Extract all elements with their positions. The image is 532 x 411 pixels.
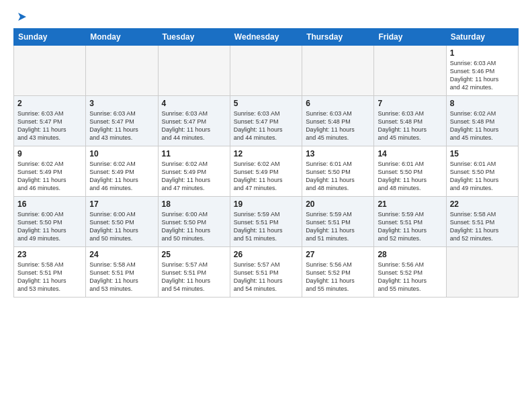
day-number: 25 [162, 250, 226, 259]
day-cell: 19Sunrise: 5:59 AM Sunset: 5:51 PM Dayli… [230, 197, 302, 247]
day-number: 6 [306, 99, 370, 108]
day-info: Sunrise: 6:02 AM Sunset: 5:49 PM Dayligh… [89, 160, 154, 193]
day-info: Sunrise: 5:56 AM Sunset: 5:52 PM Dayligh… [306, 261, 370, 293]
day-cell: 24Sunrise: 5:58 AM Sunset: 5:51 PM Dayli… [86, 247, 158, 298]
day-cell [302, 46, 374, 96]
day-info: Sunrise: 6:02 AM Sunset: 5:49 PM Dayligh… [17, 160, 82, 193]
day-info: Sunrise: 6:00 AM Sunset: 5:50 PM Dayligh… [89, 210, 154, 243]
day-number: 20 [306, 199, 370, 209]
week-row-4: 16Sunrise: 6:00 AM Sunset: 5:50 PM Dayli… [14, 197, 519, 247]
day-cell: 26Sunrise: 5:57 AM Sunset: 5:51 PM Dayli… [230, 247, 302, 298]
day-number: 9 [17, 149, 82, 158]
weekday-header-thursday: Thursday [302, 29, 374, 46]
day-cell: 7Sunrise: 6:03 AM Sunset: 5:48 PM Daylig… [374, 96, 446, 146]
logo [13, 11, 28, 23]
day-cell: 17Sunrise: 6:00 AM Sunset: 5:50 PM Dayli… [86, 197, 158, 247]
weekday-header-saturday: Saturday [446, 29, 518, 46]
day-cell: 8Sunrise: 6:02 AM Sunset: 5:48 PM Daylig… [446, 96, 518, 146]
day-info: Sunrise: 5:59 AM Sunset: 5:51 PM Dayligh… [234, 210, 298, 243]
day-cell [158, 46, 230, 96]
calendar: SundayMondayTuesdayWednesdayThursdayFrid… [13, 28, 519, 298]
day-cell: 4Sunrise: 6:03 AM Sunset: 5:47 PM Daylig… [158, 96, 230, 146]
day-info: Sunrise: 5:59 AM Sunset: 5:51 PM Dayligh… [306, 210, 370, 243]
day-number: 26 [234, 250, 298, 259]
day-number: 28 [378, 250, 442, 259]
day-cell: 5Sunrise: 6:03 AM Sunset: 5:47 PM Daylig… [230, 96, 302, 146]
day-info: Sunrise: 5:59 AM Sunset: 5:51 PM Dayligh… [378, 210, 442, 243]
day-info: Sunrise: 5:56 AM Sunset: 5:52 PM Dayligh… [378, 261, 442, 293]
week-row-3: 9Sunrise: 6:02 AM Sunset: 5:49 PM Daylig… [14, 146, 519, 197]
day-number: 7 [378, 99, 442, 108]
day-info: Sunrise: 6:03 AM Sunset: 5:47 PM Dayligh… [162, 109, 226, 142]
day-info: Sunrise: 6:03 AM Sunset: 5:47 PM Dayligh… [17, 109, 82, 142]
day-cell: 6Sunrise: 6:03 AM Sunset: 5:48 PM Daylig… [302, 96, 374, 146]
day-number: 21 [378, 199, 442, 209]
day-number: 4 [162, 99, 226, 108]
day-number: 5 [234, 99, 298, 108]
day-number: 13 [306, 149, 370, 158]
day-info: Sunrise: 6:01 AM Sunset: 5:50 PM Dayligh… [378, 160, 442, 193]
day-info: Sunrise: 5:58 AM Sunset: 5:51 PM Dayligh… [89, 261, 154, 293]
day-cell: 21Sunrise: 5:59 AM Sunset: 5:51 PM Dayli… [374, 197, 446, 247]
day-cell: 23Sunrise: 5:58 AM Sunset: 5:51 PM Dayli… [14, 247, 86, 298]
day-number: 24 [89, 250, 154, 259]
day-cell: 28Sunrise: 5:56 AM Sunset: 5:52 PM Dayli… [374, 247, 446, 298]
week-row-5: 23Sunrise: 5:58 AM Sunset: 5:51 PM Dayli… [14, 247, 519, 298]
day-cell: 1Sunrise: 6:03 AM Sunset: 5:46 PM Daylig… [446, 46, 518, 96]
day-info: Sunrise: 6:01 AM Sunset: 5:50 PM Dayligh… [306, 160, 370, 193]
day-number: 12 [234, 149, 298, 158]
day-cell: 11Sunrise: 6:02 AM Sunset: 5:49 PM Dayli… [158, 146, 230, 197]
page: SundayMondayTuesdayWednesdayThursdayFrid… [0, 0, 532, 304]
day-cell: 16Sunrise: 6:00 AM Sunset: 5:50 PM Dayli… [14, 197, 86, 247]
day-cell: 15Sunrise: 6:01 AM Sunset: 5:50 PM Dayli… [446, 146, 518, 197]
day-info: Sunrise: 6:02 AM Sunset: 5:49 PM Dayligh… [234, 160, 298, 193]
day-number: 2 [17, 99, 82, 108]
day-info: Sunrise: 6:03 AM Sunset: 5:47 PM Dayligh… [89, 109, 154, 142]
day-cell: 27Sunrise: 5:56 AM Sunset: 5:52 PM Dayli… [302, 247, 374, 298]
day-cell: 3Sunrise: 6:03 AM Sunset: 5:47 PM Daylig… [86, 96, 158, 146]
day-number: 16 [17, 199, 82, 209]
day-info: Sunrise: 6:00 AM Sunset: 5:50 PM Dayligh… [17, 210, 82, 243]
day-cell: 18Sunrise: 6:00 AM Sunset: 5:50 PM Dayli… [158, 197, 230, 247]
day-info: Sunrise: 6:02 AM Sunset: 5:49 PM Dayligh… [162, 160, 226, 193]
day-number: 17 [89, 199, 154, 209]
weekday-header-row: SundayMondayTuesdayWednesdayThursdayFrid… [14, 29, 519, 46]
logo-icon [16, 11, 28, 23]
day-cell: 22Sunrise: 5:58 AM Sunset: 5:51 PM Dayli… [446, 197, 518, 247]
day-number: 23 [17, 250, 82, 259]
day-info: Sunrise: 5:58 AM Sunset: 5:51 PM Dayligh… [17, 261, 82, 293]
day-info: Sunrise: 6:03 AM Sunset: 5:47 PM Dayligh… [234, 109, 298, 142]
day-cell [14, 46, 86, 96]
day-number: 15 [450, 149, 515, 158]
day-number: 1 [450, 48, 515, 58]
day-number: 8 [450, 99, 515, 108]
day-cell: 12Sunrise: 6:02 AM Sunset: 5:49 PM Dayli… [230, 146, 302, 197]
day-number: 27 [306, 250, 370, 259]
day-cell [230, 46, 302, 96]
day-cell: 10Sunrise: 6:02 AM Sunset: 5:49 PM Dayli… [86, 146, 158, 197]
day-number: 22 [450, 199, 515, 209]
day-cell: 13Sunrise: 6:01 AM Sunset: 5:50 PM Dayli… [302, 146, 374, 197]
day-cell: 25Sunrise: 5:57 AM Sunset: 5:51 PM Dayli… [158, 247, 230, 298]
weekday-header-sunday: Sunday [14, 29, 86, 46]
day-cell [446, 247, 518, 298]
day-number: 11 [162, 149, 226, 158]
day-info: Sunrise: 6:03 AM Sunset: 5:48 PM Dayligh… [306, 109, 370, 142]
day-info: Sunrise: 6:02 AM Sunset: 5:48 PM Dayligh… [450, 109, 515, 142]
day-cell: 2Sunrise: 6:03 AM Sunset: 5:47 PM Daylig… [14, 96, 86, 146]
weekday-header-monday: Monday [86, 29, 158, 46]
day-number: 3 [89, 99, 154, 108]
week-row-2: 2Sunrise: 6:03 AM Sunset: 5:47 PM Daylig… [14, 96, 519, 146]
day-info: Sunrise: 6:03 AM Sunset: 5:48 PM Dayligh… [378, 109, 442, 142]
weekday-header-friday: Friday [374, 29, 446, 46]
day-info: Sunrise: 5:57 AM Sunset: 5:51 PM Dayligh… [234, 261, 298, 293]
day-info: Sunrise: 5:57 AM Sunset: 5:51 PM Dayligh… [162, 261, 226, 293]
day-cell [86, 46, 158, 96]
header [13, 11, 519, 23]
day-cell: 20Sunrise: 5:59 AM Sunset: 5:51 PM Dayli… [302, 197, 374, 247]
day-info: Sunrise: 6:01 AM Sunset: 5:50 PM Dayligh… [450, 160, 515, 193]
day-cell: 14Sunrise: 6:01 AM Sunset: 5:50 PM Dayli… [374, 146, 446, 197]
day-number: 19 [234, 199, 298, 209]
day-number: 18 [162, 199, 226, 209]
svg-marker-0 [18, 13, 26, 21]
